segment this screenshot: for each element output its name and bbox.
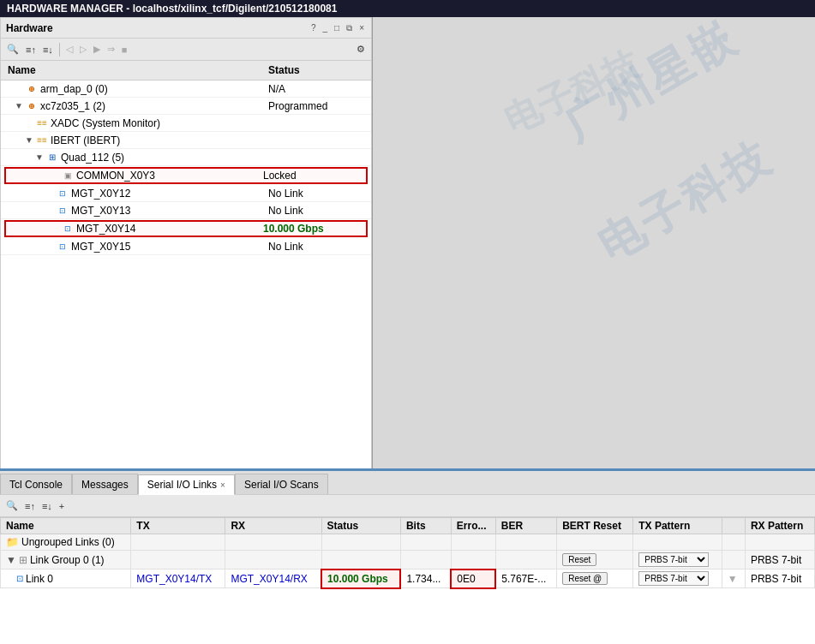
tab-serial-io-links[interactable]: Serial I/O Links × — [138, 474, 235, 495]
mgt-icon: ⊡ — [57, 188, 69, 200]
table-row[interactable]: 📁 Ungrouped Links (0) — [1, 534, 815, 551]
linkgroup-ber-cell — [495, 551, 556, 569]
tree-cell-status: No Link — [265, 188, 368, 200]
link-icon: ⊡ — [16, 574, 23, 583]
table-row[interactable]: ⊡ Link 0 MGT_X0Y14/TX MGT_X0Y14/RX 10.00… — [1, 569, 815, 588]
tree-row[interactable]: ⊡ MGT_X0Y15 No Link — [1, 238, 371, 255]
linkgroup-bits-cell — [400, 551, 451, 569]
link0-tx-pattern-select[interactable]: PRBS 7-bit PRBS 15-bit — [638, 571, 709, 586]
tree-row[interactable]: ⊡ MGT_X0Y13 No Link — [1, 202, 371, 219]
tab-messages-label: Messages — [81, 479, 129, 491]
tree-row-common-x0y3[interactable]: ▣ COMMON_X0Y3 Locked — [4, 167, 368, 184]
linkgroup-bert-reset-cell: Reset — [557, 551, 633, 569]
linkgroup-label: Link Group 0 (1) — [30, 554, 105, 566]
tree-cell-name: ▼ ⊞ Quad_112 (5) — [4, 152, 265, 164]
tree-cell-status: N/A — [265, 83, 368, 95]
search-btn[interactable]: 🔍 — [3, 498, 21, 513]
tree-node-label: IBERT (IBERT) — [51, 134, 120, 146]
ungrouped-tx-pattern-cell — [633, 534, 722, 551]
collapse-icon[interactable]: ▼ — [25, 135, 33, 145]
float-btn[interactable]: ⧉ — [345, 22, 354, 34]
run-btn[interactable]: ▶ — [91, 42, 103, 57]
tree-row-mgt-x0y14[interactable]: ⊡ MGT_X0Y14 10.000 Gbps — [4, 220, 368, 237]
link0-status-value: 10.000 Gbps — [327, 573, 388, 585]
link0-errors-cell: 0E0 — [451, 569, 495, 588]
linkgroup-rx-pattern-cell: PRBS 7-bit — [745, 551, 814, 569]
ungrouped-bits-cell — [400, 534, 451, 551]
expand-icon — [15, 84, 23, 93]
tab-serial-io-scans[interactable]: Serial I/O Scans — [235, 474, 328, 494]
rx-pattern-label: PRBS 7-bit — [751, 554, 801, 566]
hardware-toolbar: 🔍 ≡↑ ≡↓ ◁ ▷ ▶ ⇒ ■ ⚙ — [1, 39, 371, 61]
tree-row[interactable]: ▼ ⊞ Quad_112 (5) — [1, 149, 371, 166]
mgt-icon: ⊡ — [57, 241, 69, 253]
tab-tcl-console[interactable]: Tcl Console — [0, 474, 72, 494]
hardware-panel-header: Hardware ? _ □ ⧉ × — [1, 18, 371, 39]
collapse-all-btn[interactable]: ≡↓ — [39, 499, 55, 513]
close-btn[interactable]: × — [357, 22, 366, 33]
collapse-icon[interactable]: ▼ — [35, 152, 44, 162]
tree-row[interactable]: ≡≡ XADC (System Monitor) — [1, 115, 371, 132]
tab-messages[interactable]: Messages — [72, 474, 138, 494]
link0-rx-pattern-cell: PRBS 7-bit — [745, 569, 814, 588]
expand-all-btn[interactable]: ≡↑ — [22, 499, 38, 513]
ungrouped-label: Ungrouped Links (0) — [21, 536, 115, 548]
collapse-all-btn[interactable]: ≡↓ — [40, 43, 56, 57]
table-row[interactable]: ▼ ⊞ Link Group 0 (1) Reset — [1, 551, 815, 569]
col-name-th: Name — [1, 518, 131, 534]
ungrouped-name-cell: 📁 Ungrouped Links (0) — [1, 534, 131, 551]
col-name-header: Name — [4, 63, 265, 78]
help-btn[interactable]: ? — [309, 22, 318, 33]
back-btn[interactable]: ◁ — [63, 42, 75, 57]
link0-ber-cell: 5.767E-... — [495, 569, 556, 588]
hardware-tree: Name Status ⊕ arm_dap_0 (0) N/A ▼ — [1, 61, 371, 496]
mgt-icon: ⊡ — [62, 223, 74, 235]
link0-rx-cell: MGT_X0Y14/RX — [225, 569, 321, 588]
link0-tx-cell: MGT_X0Y14/TX — [131, 569, 225, 588]
hardware-panel-title: Hardware — [6, 22, 53, 34]
quad-icon: ⊞ — [46, 152, 58, 164]
group-tx-pattern-select[interactable]: PRBS 7-bit PRBS 15-bit PRBS 23-bit — [638, 552, 709, 567]
tree-cell-status-locked: Locked — [260, 170, 363, 182]
tree-row[interactable]: ⊡ MGT_X0Y12 No Link — [1, 185, 371, 202]
serial-io-table: Name TX RX Status Bits Erro... BER BERT … — [0, 517, 815, 589]
tree-node-label: xc7z035_1 (2) — [40, 100, 105, 112]
link0-tx-pattern-cell: PRBS 7-bit PRBS 15-bit — [633, 569, 722, 588]
link0-bits-cell: 1.734... — [400, 569, 451, 588]
minimize-btn[interactable]: _ — [321, 22, 330, 33]
expand-all-btn[interactable]: ≡↑ — [23, 43, 39, 57]
title-bar: HARDWARE MANAGER - localhost/xilinx_tcf/… — [0, 0, 815, 17]
col-status-header: Status — [265, 63, 368, 78]
tree-row[interactable]: ▼ ⊕ xc7z035_1 (2) Programmed — [1, 98, 371, 115]
linkgroup-tx-cell — [131, 551, 225, 569]
tab-close-icon[interactable]: × — [220, 480, 225, 490]
tree-row[interactable]: ▼ ≡≡ IBERT (IBERT) — [1, 132, 371, 149]
forward-btn[interactable]: ▷ — [77, 42, 89, 57]
tree-node-label: COMMON_X0Y3 — [76, 170, 155, 182]
linkgroup-name-cell: ▼ ⊞ Link Group 0 (1) — [1, 551, 131, 569]
collapse-icon[interactable]: ▼ — [15, 101, 23, 110]
ungrouped-errors-cell — [451, 534, 495, 551]
settings-btn[interactable]: ⚙ — [354, 42, 368, 57]
title-text: HARDWARE MANAGER - localhost/xilinx_tcf/… — [7, 3, 337, 15]
tree-cell-name: ▣ COMMON_X0Y3 — [9, 170, 260, 182]
skip-btn[interactable]: ⇒ — [105, 42, 117, 57]
tree-cell-status: No Link — [265, 241, 368, 253]
chip-icon: ⊕ — [26, 83, 38, 95]
search-btn[interactable]: 🔍 — [4, 42, 21, 57]
col-tx-pattern-th: TX Pattern — [633, 518, 722, 534]
maximize-btn[interactable]: □ — [333, 22, 341, 33]
tree-node-label: Quad_112 (5) — [61, 152, 124, 164]
stop-btn[interactable]: ■ — [119, 43, 130, 57]
expand-icon[interactable]: ▼ — [6, 554, 16, 566]
link0-reset-btn[interactable]: Reset @ — [562, 572, 608, 585]
group-reset-btn[interactable]: Reset — [562, 553, 596, 566]
tree-row[interactable]: ⊕ arm_dap_0 (0) N/A — [1, 80, 371, 98]
add-btn[interactable]: + — [57, 499, 67, 513]
mgt-icon: ⊡ — [57, 205, 69, 217]
link0-name-cell: ⊡ Link 0 — [1, 569, 131, 588]
serial-io-table-container[interactable]: Name TX RX Status Bits Erro... BER BERT … — [0, 517, 815, 644]
expand-icon — [45, 242, 54, 251]
link0-rx-pattern-value: PRBS 7-bit — [751, 573, 801, 585]
expand-icon — [45, 206, 54, 215]
